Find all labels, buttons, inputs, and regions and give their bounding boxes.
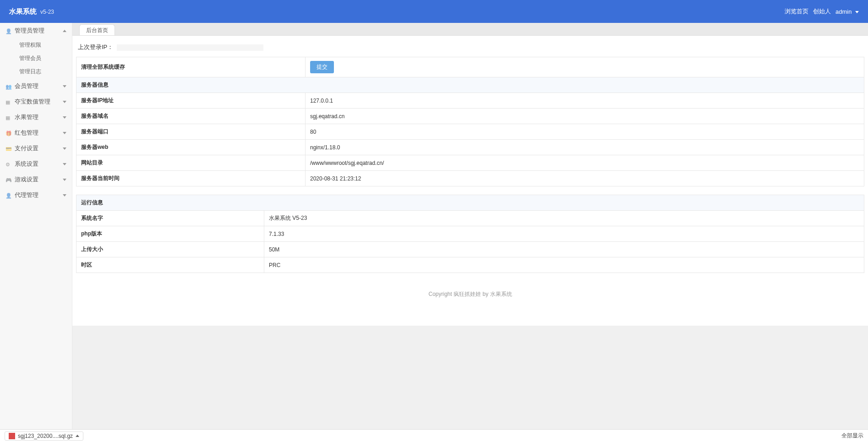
header-right: 浏览首页 创始人 admin [785,7,859,16]
table-row: 服务器域名sgj.eqatrad.cn [76,109,864,124]
table-row: 服务器当前时间2020-08-31 21:23:12 [76,171,864,186]
submit-button[interactable]: 提交 [310,61,334,73]
row-label: 服务器IP地址 [76,93,306,109]
row-value: /www/wwwroot/sgj.eqatrad.cn/ [306,155,864,171]
last-login-ip-label: 上次登录IP： [78,44,113,50]
main: 后台首页 上次登录IP： 清理全部系统缓存 提交 服务器信息 服务器IP地址12… [72,23,868,429]
row-value: nginx/1.18.0 [306,140,864,155]
sidebar-item-label: 支付设置 [15,144,38,153]
sidebar-item-label: 系统设置 [15,160,38,168]
last-login-ip: 上次登录IP： [76,39,864,57]
chevron-up-icon [63,30,66,32]
row-value: 80 [306,124,864,140]
sidebar-sub-member[interactable]: 管理会员 [14,52,72,65]
sidebar-item-label: 管理员管理 [15,27,44,35]
sidebar-item-member[interactable]: 会员管理 [0,78,72,94]
app-title: 水果系统 [9,7,37,16]
table-row: php版本7.1.33 [76,226,864,242]
cache-label: 清理全部系统缓存 [76,57,306,77]
row-label: 服务器当前时间 [76,171,306,186]
sidebar-item-payment[interactable]: 支付设置 [0,141,72,156]
row-label: 服务器端口 [76,124,306,140]
sidebar-item-label: 代理管理 [15,191,38,199]
chevron-down-icon [63,147,66,150]
chevron-down-icon [63,101,66,103]
chevron-down-icon [63,163,66,165]
sidebar-item-admin[interactable]: 管理员管理 [0,23,72,38]
runtime-info-header: 运行信息 [76,195,864,211]
runtime-info-table: 运行信息 系统名字水果系统 V5-23 php版本7.1.33 上传大小50M … [76,195,864,273]
row-value: sgj.eqatrad.cn [306,109,864,124]
members-icon [5,83,12,89]
chevron-down-icon [63,179,66,181]
row-value: 127.0.0.1 [306,93,864,109]
sidebar-item-treasure[interactable]: 夺宝数值管理 [0,94,72,109]
row-label: php版本 [76,226,264,242]
gift-icon [5,130,12,136]
sidebar-item-fruit[interactable]: 水果管理 [0,109,72,125]
table-row: 时区PRC [76,257,864,273]
cache-action-cell: 提交 [306,57,864,77]
server-info-header: 服务器信息 [76,77,864,93]
server-info-table: 清理全部系统缓存 提交 服务器信息 服务器IP地址127.0.0.1 服务器域名… [76,57,864,186]
row-value: 水果系统 V5-23 [264,211,864,226]
cache-row: 清理全部系统缓存 提交 [76,57,864,77]
sidebar-item-game[interactable]: 游戏设置 [0,172,72,187]
row-label: 服务器web [76,140,306,155]
row-label: 系统名字 [76,211,264,226]
row-label: 服务器域名 [76,109,306,124]
user-icon [5,27,12,34]
role-label: 创始人 [813,7,831,16]
header-left: 水果系统 v5-23 [9,7,54,16]
wallet-icon [5,145,12,152]
sidebar-item-redpacket[interactable]: 红包管理 [0,125,72,141]
people-icon [5,192,12,198]
table-row: 上传大小50M [76,242,864,257]
sidebar-item-agent[interactable]: 代理管理 [0,187,72,203]
sidebar-item-label: 水果管理 [15,113,38,121]
row-label: 上传大小 [76,242,264,257]
row-value: 50M [264,242,864,257]
game-icon [5,176,12,183]
sidebar-item-label: 会员管理 [15,82,38,90]
row-label: 时区 [76,257,264,273]
sidebar-sub-admin: 管理权限 管理会员 管理日志 [0,38,72,78]
sidebar-item-label: 夺宝数值管理 [15,98,50,106]
chevron-down-icon [63,85,66,87]
sidebar-sub-permission[interactable]: 管理权限 [14,38,72,52]
table-row: 服务器端口80 [76,124,864,140]
sidebar-item-label: 游戏设置 [15,175,38,184]
table-row: 系统名字水果系统 V5-23 [76,211,864,226]
tab-bar: 后台首页 [72,23,868,36]
table-row: 服务器webnginx/1.18.0 [76,140,864,155]
username: admin [835,8,852,15]
last-login-ip-value [117,44,263,51]
table-row: 网站目录/www/wwwroot/sgj.eqatrad.cn/ [76,155,864,171]
copyright: Copyright 疯狂抓娃娃 by 水果系统 [76,281,864,307]
chevron-down-icon [855,11,859,13]
chevron-down-icon [63,116,66,119]
top-header: 水果系统 v5-23 浏览首页 创始人 admin [0,0,868,23]
sidebar-sub-log[interactable]: 管理日志 [14,65,72,78]
row-value: 2020-08-31 21:23:12 [306,171,864,186]
browse-home-link[interactable]: 浏览首页 [785,7,808,16]
table-row: 服务器IP地址127.0.0.1 [76,93,864,109]
chevron-down-icon [63,194,66,196]
row-label: 网站目录 [76,155,306,171]
content: 上次登录IP： 清理全部系统缓存 提交 服务器信息 服务器IP地址127.0.0… [72,36,868,326]
sidebar: 管理员管理 管理权限 管理会员 管理日志 会员管理 夺宝数值管理 水果管理 红包… [0,23,72,429]
sidebar-item-system[interactable]: 系统设置 [0,156,72,172]
row-value: 7.1.33 [264,226,864,242]
gear-icon [5,161,12,167]
row-value: PRC [264,257,864,273]
grid-icon [5,98,12,105]
user-menu[interactable]: admin [835,8,859,15]
app-version: v5-23 [40,9,54,15]
tab-home[interactable]: 后台首页 [79,24,115,35]
grid-icon [5,114,12,120]
sidebar-item-label: 红包管理 [15,129,38,137]
chevron-down-icon [63,132,66,134]
